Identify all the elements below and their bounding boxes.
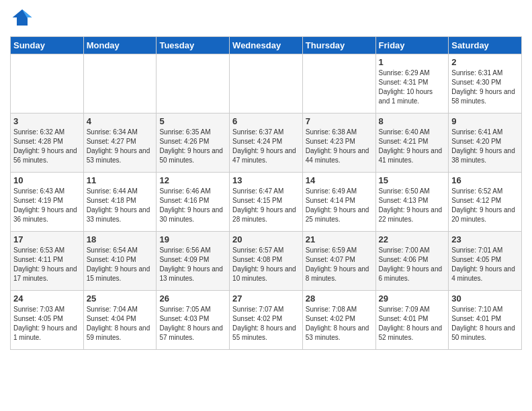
calendar-cell: 27Sunrise: 7:07 AM Sunset: 4:02 PM Dayli… xyxy=(230,291,303,350)
day-number: 1 xyxy=(379,57,446,67)
day-number: 22 xyxy=(379,234,446,244)
calendar-cell: 7Sunrise: 6:38 AM Sunset: 4:23 PM Daylig… xyxy=(302,113,375,173)
day-info: Sunrise: 6:34 AM Sunset: 4:27 PM Dayligh… xyxy=(87,128,154,165)
calendar-cell: 29Sunrise: 7:09 AM Sunset: 4:01 PM Dayli… xyxy=(375,291,449,350)
day-number: 4 xyxy=(87,116,154,126)
day-info: Sunrise: 6:41 AM Sunset: 4:20 PM Dayligh… xyxy=(451,128,519,165)
day-info: Sunrise: 6:52 AM Sunset: 4:12 PM Dayligh… xyxy=(451,187,519,224)
day-number: 14 xyxy=(306,175,373,185)
day-number: 17 xyxy=(13,234,81,244)
calendar-cell: 19Sunrise: 6:56 AM Sunset: 4:09 PM Dayli… xyxy=(157,232,230,291)
calendar-cell: 3Sunrise: 6:32 AM Sunset: 4:28 PM Daylig… xyxy=(11,113,84,173)
page-container: SundayMondayTuesdayWednesdayThursdayFrid… xyxy=(0,0,532,357)
day-number: 20 xyxy=(232,234,300,244)
calendar-cell: 6Sunrise: 6:37 AM Sunset: 4:24 PM Daylig… xyxy=(230,113,303,173)
day-number: 5 xyxy=(159,116,226,126)
day-info: Sunrise: 6:44 AM Sunset: 4:18 PM Dayligh… xyxy=(87,187,154,224)
calendar-body: 1Sunrise: 6:29 AM Sunset: 4:31 PM Daylig… xyxy=(11,54,522,350)
day-info: Sunrise: 6:37 AM Sunset: 4:24 PM Dayligh… xyxy=(232,128,300,165)
day-number: 18 xyxy=(87,234,154,244)
calendar-week-2: 3Sunrise: 6:32 AM Sunset: 4:28 PM Daylig… xyxy=(11,113,522,173)
day-info: Sunrise: 6:50 AM Sunset: 4:13 PM Dayligh… xyxy=(379,187,446,224)
day-number: 24 xyxy=(13,293,81,304)
calendar-cell: 28Sunrise: 7:08 AM Sunset: 4:02 PM Dayli… xyxy=(302,291,375,350)
calendar-cell: 18Sunrise: 6:54 AM Sunset: 4:10 PM Dayli… xyxy=(83,232,157,291)
weekday-header-tuesday: Tuesday xyxy=(157,37,230,54)
calendar-cell: 10Sunrise: 6:43 AM Sunset: 4:19 PM Dayli… xyxy=(11,173,84,232)
calendar-cell xyxy=(11,54,84,113)
day-info: Sunrise: 6:59 AM Sunset: 4:07 PM Dayligh… xyxy=(306,246,373,283)
calendar-cell: 26Sunrise: 7:05 AM Sunset: 4:03 PM Dayli… xyxy=(157,291,230,350)
day-info: Sunrise: 7:00 AM Sunset: 4:06 PM Dayligh… xyxy=(379,246,446,283)
calendar-cell: 17Sunrise: 6:53 AM Sunset: 4:11 PM Dayli… xyxy=(11,232,84,291)
day-number: 2 xyxy=(451,57,519,67)
day-info: Sunrise: 6:32 AM Sunset: 4:28 PM Dayligh… xyxy=(13,128,81,165)
day-info: Sunrise: 6:54 AM Sunset: 4:10 PM Dayligh… xyxy=(87,246,154,283)
weekday-row: SundayMondayTuesdayWednesdayThursdayFrid… xyxy=(11,37,522,54)
calendar-cell: 14Sunrise: 6:49 AM Sunset: 4:14 PM Dayli… xyxy=(302,173,375,232)
day-info: Sunrise: 7:05 AM Sunset: 4:03 PM Dayligh… xyxy=(159,305,226,342)
calendar-cell: 16Sunrise: 6:52 AM Sunset: 4:12 PM Dayli… xyxy=(449,173,522,232)
day-info: Sunrise: 6:43 AM Sunset: 4:19 PM Dayligh… xyxy=(13,187,81,224)
day-number: 21 xyxy=(306,234,373,244)
day-info: Sunrise: 7:10 AM Sunset: 4:01 PM Dayligh… xyxy=(451,305,519,342)
weekday-header-saturday: Saturday xyxy=(449,37,522,54)
weekday-header-wednesday: Wednesday xyxy=(230,37,303,54)
calendar-cell xyxy=(83,54,157,113)
logo-icon xyxy=(11,7,33,28)
day-number: 12 xyxy=(159,175,226,185)
calendar-header: SundayMondayTuesdayWednesdayThursdayFrid… xyxy=(11,37,522,54)
day-info: Sunrise: 6:38 AM Sunset: 4:23 PM Dayligh… xyxy=(306,128,373,165)
day-number: 16 xyxy=(451,175,519,185)
calendar-cell: 5Sunrise: 6:35 AM Sunset: 4:26 PM Daylig… xyxy=(157,113,230,173)
calendar-cell: 11Sunrise: 6:44 AM Sunset: 4:18 PM Dayli… xyxy=(83,173,157,232)
calendar-cell xyxy=(230,54,303,113)
day-number: 29 xyxy=(379,293,446,304)
page-header xyxy=(10,7,522,31)
day-info: Sunrise: 6:49 AM Sunset: 4:14 PM Dayligh… xyxy=(306,187,373,224)
calendar-cell: 30Sunrise: 7:10 AM Sunset: 4:01 PM Dayli… xyxy=(449,291,522,350)
day-info: Sunrise: 6:53 AM Sunset: 4:11 PM Dayligh… xyxy=(13,246,81,283)
calendar-cell xyxy=(302,54,375,113)
day-number: 27 xyxy=(232,293,300,304)
day-info: Sunrise: 7:09 AM Sunset: 4:01 PM Dayligh… xyxy=(379,305,446,342)
calendar-cell: 8Sunrise: 6:40 AM Sunset: 4:21 PM Daylig… xyxy=(375,113,449,173)
day-number: 8 xyxy=(379,116,446,126)
day-info: Sunrise: 6:57 AM Sunset: 4:08 PM Dayligh… xyxy=(232,246,300,283)
day-info: Sunrise: 7:04 AM Sunset: 4:04 PM Dayligh… xyxy=(87,305,154,342)
calendar-cell: 23Sunrise: 7:01 AM Sunset: 4:05 PM Dayli… xyxy=(449,232,522,291)
day-info: Sunrise: 6:47 AM Sunset: 4:15 PM Dayligh… xyxy=(232,187,300,224)
calendar-cell: 20Sunrise: 6:57 AM Sunset: 4:08 PM Dayli… xyxy=(230,232,303,291)
day-number: 23 xyxy=(451,234,519,244)
day-number: 19 xyxy=(159,234,226,244)
day-number: 6 xyxy=(232,116,300,126)
calendar-week-1: 1Sunrise: 6:29 AM Sunset: 4:31 PM Daylig… xyxy=(11,54,522,113)
logo xyxy=(10,7,33,31)
day-number: 11 xyxy=(87,175,154,185)
day-number: 30 xyxy=(451,293,519,304)
day-number: 10 xyxy=(13,175,81,185)
day-info: Sunrise: 6:31 AM Sunset: 4:30 PM Dayligh… xyxy=(451,68,519,106)
calendar-cell: 21Sunrise: 6:59 AM Sunset: 4:07 PM Dayli… xyxy=(302,232,375,291)
day-number: 25 xyxy=(87,293,154,304)
day-info: Sunrise: 6:46 AM Sunset: 4:16 PM Dayligh… xyxy=(159,187,226,224)
day-number: 7 xyxy=(306,116,373,126)
day-number: 9 xyxy=(451,116,519,126)
day-info: Sunrise: 6:40 AM Sunset: 4:21 PM Dayligh… xyxy=(379,128,446,165)
calendar-cell: 15Sunrise: 6:50 AM Sunset: 4:13 PM Dayli… xyxy=(375,173,449,232)
calendar-cell xyxy=(157,54,230,113)
day-info: Sunrise: 7:08 AM Sunset: 4:02 PM Dayligh… xyxy=(306,305,373,342)
day-number: 26 xyxy=(159,293,226,304)
day-info: Sunrise: 7:01 AM Sunset: 4:05 PM Dayligh… xyxy=(451,246,519,283)
calendar-cell: 2Sunrise: 6:31 AM Sunset: 4:30 PM Daylig… xyxy=(449,54,522,113)
weekday-header-sunday: Sunday xyxy=(11,37,84,54)
calendar-week-5: 24Sunrise: 7:03 AM Sunset: 4:05 PM Dayli… xyxy=(11,291,522,350)
calendar-table: SundayMondayTuesdayWednesdayThursdayFrid… xyxy=(10,36,522,350)
day-info: Sunrise: 7:07 AM Sunset: 4:02 PM Dayligh… xyxy=(232,305,300,342)
day-info: Sunrise: 6:29 AM Sunset: 4:31 PM Dayligh… xyxy=(379,68,446,106)
calendar-cell: 1Sunrise: 6:29 AM Sunset: 4:31 PM Daylig… xyxy=(375,54,449,113)
day-number: 28 xyxy=(306,293,373,304)
calendar-cell: 9Sunrise: 6:41 AM Sunset: 4:20 PM Daylig… xyxy=(449,113,522,173)
calendar-cell: 13Sunrise: 6:47 AM Sunset: 4:15 PM Dayli… xyxy=(230,173,303,232)
day-info: Sunrise: 7:03 AM Sunset: 4:05 PM Dayligh… xyxy=(13,305,81,342)
